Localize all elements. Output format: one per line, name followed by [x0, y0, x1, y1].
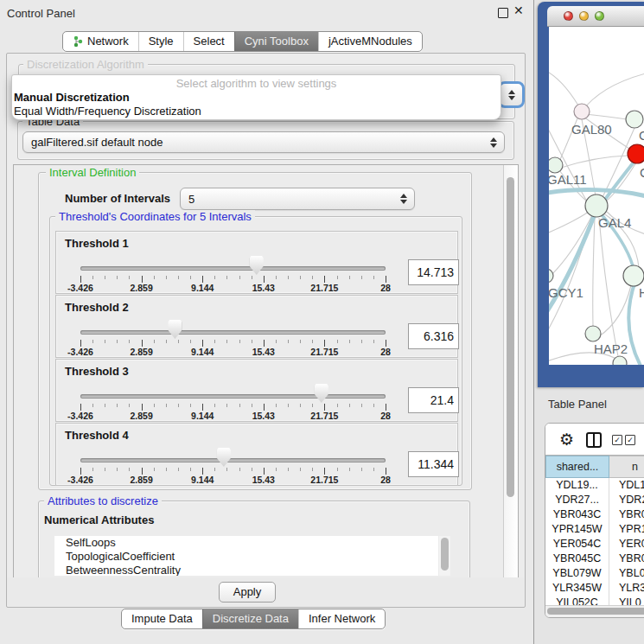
slider-tick	[252, 340, 252, 343]
table-row[interactable]: YDL19...YDL1	[545, 478, 644, 493]
scrollbar-thumb[interactable]	[507, 177, 514, 497]
algorithm-combobox[interactable]	[498, 81, 525, 108]
apply-button[interactable]: Apply	[219, 582, 276, 603]
float-window-icon[interactable]	[498, 8, 508, 18]
threshold-slider-track[interactable]	[80, 266, 386, 271]
table-horizontal-scrollbar[interactable]	[545, 605, 644, 617]
attribute-list-item[interactable]: BetweennessCentrality	[54, 564, 438, 576]
gear-icon[interactable]: ⚙	[559, 430, 574, 450]
slider-tick	[239, 340, 240, 343]
node-label[interactable]: H	[639, 285, 644, 300]
node[interactable]	[613, 356, 627, 365]
threshold-value-field[interactable]	[408, 451, 459, 477]
threshold-slider-thumb[interactable]	[250, 256, 264, 275]
tab-cyni-toolbox[interactable]: Cyni Toolbox	[234, 32, 318, 51]
slider-tick-label: 21.715	[310, 347, 338, 357]
columns-icon[interactable]	[586, 432, 602, 448]
slider-tick-label: 15.43	[252, 347, 275, 357]
node-label[interactable]: GCY1	[549, 285, 583, 300]
node-label[interactable]: G	[639, 128, 644, 143]
attribute-list-item[interactable]: SelfLoops	[54, 536, 438, 550]
threshold-slider-thumb[interactable]	[168, 320, 182, 339]
attribute-list-item[interactable]: TopologicalCoefficient	[54, 550, 438, 564]
slider-tick	[117, 404, 118, 407]
close-icon[interactable]: ✕	[513, 3, 524, 17]
table-data-groupbox: Table Data galFiltered.sif default node	[17, 121, 514, 160]
tab-style[interactable]: Style	[138, 32, 183, 51]
numerical-attributes-list[interactable]: SelfLoopsTopologicalCoefficientBetweenne…	[54, 536, 438, 576]
slider-tick	[80, 276, 81, 283]
slider-tick-label: 2.859	[130, 475, 152, 485]
slider-tick	[361, 404, 362, 407]
number-of-intervals-combobox[interactable]: 5	[180, 188, 415, 210]
node[interactable]	[585, 326, 601, 341]
interval-definition-label: Interval Definition	[46, 166, 139, 179]
table-row[interactable]: YBR043CYBR0	[545, 507, 644, 522]
settings-vertical-scrollbar[interactable]	[503, 165, 518, 578]
scrollbar-thumb[interactable]	[441, 538, 449, 571]
column-header-shared-name[interactable]: shared...	[545, 456, 609, 478]
slider-tick	[117, 276, 118, 279]
dropdown-option[interactable]: Manual Discretization	[12, 91, 501, 105]
slider-tick	[226, 340, 227, 343]
scrollbar-thumb[interactable]	[547, 608, 644, 615]
network-window-titlebar[interactable]	[547, 6, 644, 27]
node[interactable]	[628, 144, 644, 163]
node-label[interactable]: GAL80	[571, 122, 612, 137]
node-label[interactable]: GAL4	[598, 215, 631, 230]
table-row[interactable]: YBL079WYBL0	[545, 566, 644, 581]
table-row[interactable]: YBR045CYBR0	[545, 552, 644, 566]
slider-tick	[300, 276, 301, 279]
threshold-slider-thumb[interactable]	[315, 384, 328, 403]
attributes-scrollbar[interactable]	[439, 536, 450, 576]
tab-jactivemnodules[interactable]: jActiveMNodules	[318, 32, 422, 51]
tab-select[interactable]: Select	[183, 32, 234, 51]
node[interactable]	[623, 265, 644, 286]
threshold-slider-track[interactable]	[80, 394, 386, 399]
table-row[interactable]: YPR145WYPR1	[545, 522, 644, 537]
table-row[interactable]: YIL052CYIL0	[545, 596, 644, 605]
threshold-slider-track[interactable]	[80, 458, 386, 462]
node[interactable]	[574, 104, 590, 119]
node[interactable]	[585, 194, 608, 217]
node[interactable]	[549, 157, 563, 173]
minimize-traffic-light-icon[interactable]	[579, 11, 589, 21]
node-label[interactable]: GAL11	[549, 172, 587, 187]
column-header-name[interactable]: n	[609, 456, 644, 478]
slider-tick	[154, 404, 155, 407]
slider-tick-label: 28	[380, 411, 391, 421]
network-icon	[73, 35, 84, 48]
slider-tick	[324, 468, 325, 475]
threshold-value-field[interactable]	[408, 259, 459, 285]
cell-name: YPR1	[609, 522, 644, 537]
network-view-window[interactable]: GAL80GCGAL11GAL4GCY1HHAP2	[538, 2, 644, 387]
network-edge	[593, 217, 595, 326]
table-data-combobox[interactable]: galFiltered.sif default node	[22, 131, 505, 153]
threshold-value-field[interactable]	[408, 323, 459, 349]
zoom-traffic-light-icon[interactable]	[595, 11, 604, 21]
tab-infer-network[interactable]: Infer Network	[298, 609, 385, 628]
threshold-value-field[interactable]	[408, 387, 459, 413]
checkbox-icon[interactable]: ✓	[612, 435, 622, 445]
table-row[interactable]: YER054CYER0	[545, 537, 644, 552]
node-label[interactable]: HAP2	[594, 341, 628, 356]
node-label[interactable]: C	[640, 165, 644, 180]
table-row[interactable]: YDR27...YDR2	[545, 493, 644, 507]
close-traffic-light-icon[interactable]	[564, 11, 573, 21]
checkbox-icon[interactable]: ✓	[625, 435, 635, 445]
table-row[interactable]: YLR345WYLR3	[545, 581, 644, 596]
node[interactable]	[549, 269, 553, 283]
threshold-slider-thumb[interactable]	[217, 448, 231, 467]
tab-impute-data[interactable]: Impute Data	[122, 609, 202, 628]
tab-label: Impute Data	[131, 609, 193, 628]
slider-tick-label: 15.43	[252, 411, 275, 421]
dropdown-option[interactable]: Equal Width/Frequency Discretization	[12, 105, 501, 118]
slider-tick	[166, 340, 167, 343]
threshold-slider-track[interactable]	[80, 330, 386, 335]
network-canvas[interactable]: GAL80GCGAL11GAL4GCY1HHAP2	[549, 27, 644, 365]
slider-tick	[105, 468, 105, 471]
tab-network[interactable]: Network	[63, 32, 138, 51]
numerical-attributes-label: Numerical Attributes	[44, 513, 154, 526]
node[interactable]	[626, 111, 643, 128]
tab-discretize-data[interactable]: Discretize Data	[202, 609, 298, 628]
